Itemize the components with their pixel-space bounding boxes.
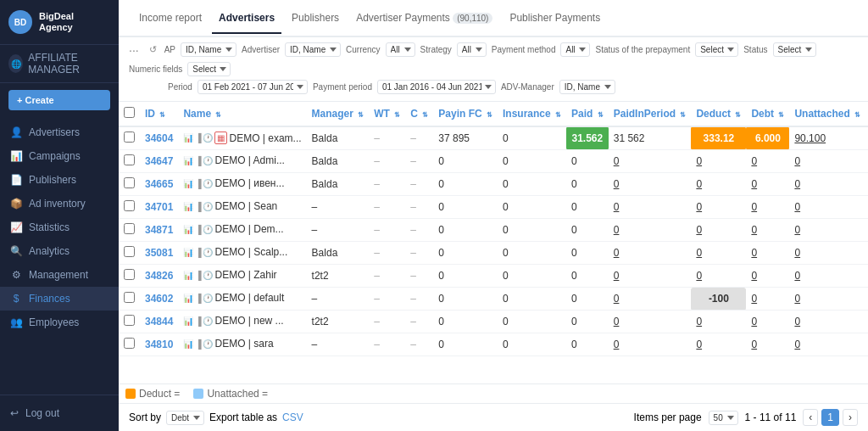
bar-icon[interactable]: ▐ [195,202,201,211]
bar-icon[interactable]: ▐ [195,339,201,349]
row-checkbox[interactable] [124,200,135,211]
id-link[interactable]: 34826 [145,270,173,282]
bar-icon[interactable]: ▐ [195,179,201,188]
th-insurance[interactable]: Insurance ⇅ [498,102,566,126]
th-deduct[interactable]: Deduct ⇅ [691,102,746,126]
clock-icon[interactable]: 🕐 [203,133,213,143]
sidebar-item-publishers[interactable]: 📄 Publishers [0,168,119,192]
th-debt[interactable]: Debt ⇅ [746,102,789,126]
strategy-select[interactable]: All [457,42,487,57]
bar-icon[interactable]: ▐ [195,225,201,234]
items-per-page-select[interactable]: 50 [709,411,738,425]
row-checkbox[interactable] [124,292,135,303]
bar-chart-icon[interactable]: 📊 [183,339,193,349]
flag-icon[interactable]: ▦ [214,132,227,144]
bar-chart-icon[interactable]: 📊 [183,156,193,165]
sidebar-item-statistics[interactable]: 📈 Statistics [0,216,119,239]
id-link[interactable]: 34602 [145,293,173,305]
tab-publisher-payments[interactable]: Publisher Payments [503,2,607,34]
prepayment-select[interactable]: Select [695,42,738,57]
table-scroll[interactable]: ID ⇅ Name ⇅ Manager ⇅ WT ⇅ C ⇅ Payin FC … [119,102,868,383]
bar-chart-icon[interactable]: 📊 [183,179,193,188]
sidebar-item-management[interactable]: ⚙ Management [0,263,119,287]
select-all-checkbox[interactable] [124,107,135,118]
clock-icon[interactable]: 🕐 [203,294,213,303]
filter-dots[interactable]: ··· [129,43,139,57]
clock-icon[interactable]: 🕐 [203,202,213,211]
sidebar-item-ad-inventory[interactable]: 📦 Ad inventory [0,192,119,216]
clock-icon[interactable]: 🕐 [203,248,213,257]
tab-advertiser-payments[interactable]: Advertiser Payments (90,110) [349,2,499,34]
th-manager[interactable]: Manager ⇅ [307,102,370,126]
payment-method-select[interactable]: All [560,42,590,57]
sidebar-item-campaigns[interactable]: 📊 Campaigns [0,144,119,168]
id-link[interactable]: 34604 [145,132,173,144]
prev-page-button[interactable]: ‹ [803,409,818,426]
bar-icon[interactable]: ▐ [195,133,201,143]
th-wt[interactable]: WT ⇅ [369,102,405,126]
period-select[interactable]: 01 Feb 2021 - 07 Jun 2021 [198,80,308,94]
bar-icon[interactable]: ▐ [195,316,201,326]
id-link[interactable]: 34871 [145,224,173,236]
clock-icon[interactable]: 🕐 [203,339,213,349]
clock-icon[interactable]: 🕐 [203,179,213,188]
tab-advertisers[interactable]: Advertisers [212,2,281,34]
currency-select[interactable]: All [386,42,415,57]
row-checkbox[interactable] [124,246,135,257]
sidebar-item-finances[interactable]: $ Finances [0,287,119,311]
sidebar-item-analytics[interactable]: 🔍 Analytics [0,239,119,263]
refresh-icon[interactable]: ↺ [147,44,159,55]
th-paid-in-period[interactable]: PaidInPeriod ⇅ [609,102,692,126]
sidebar-item-advertisers[interactable]: 👤 Advertisers [0,120,119,144]
adv-manager-select[interactable]: ID, Name [559,80,615,94]
row-checkbox[interactable] [124,132,135,143]
bar-icon[interactable]: ▐ [195,156,201,165]
bar-chart-icon[interactable]: 📊 [183,316,193,326]
row-checkbox[interactable] [124,315,135,326]
status-select[interactable]: Select [773,42,816,57]
th-c[interactable]: C ⇅ [405,102,433,126]
id-link[interactable]: 34844 [145,316,173,327]
row-checkbox[interactable] [124,177,135,188]
id-link[interactable]: 35081 [145,247,173,259]
page-1-button[interactable]: 1 [821,409,839,426]
th-unattached[interactable]: Unattached ⇅ [789,102,865,126]
bar-chart-icon[interactable]: 📊 [183,202,193,211]
numeric-select[interactable]: Select [187,62,231,76]
logout-button[interactable]: ↩ Log out [10,402,108,424]
tab-publishers[interactable]: Publishers [285,2,346,34]
row-checkbox[interactable] [124,223,135,234]
bar-icon[interactable]: ▐ [195,271,201,280]
ap-select[interactable]: ID, Name [181,42,236,57]
clock-icon[interactable]: 🕐 [203,316,213,326]
create-button[interactable]: + Create [8,90,110,110]
th-id[interactable]: ID ⇅ [140,102,178,126]
id-link[interactable]: 34810 [145,339,173,350]
bar-chart-icon[interactable]: 📊 [183,248,193,257]
bar-icon[interactable]: ▐ [195,248,201,257]
bar-chart-icon[interactable]: 📊 [183,294,193,303]
next-page-button[interactable]: › [843,409,858,426]
bar-chart-icon[interactable]: 📊 [183,225,193,234]
th-payin-fc[interactable]: Payin FC ⇅ [433,102,498,126]
payment-period-select[interactable]: 01 Jan 2016 - 04 Jun 2021 [377,80,496,94]
bar-chart-icon[interactable]: 📊 [183,133,193,143]
id-link[interactable]: 34665 [145,178,173,190]
th-name[interactable]: Name ⇅ [178,102,306,126]
row-checkbox[interactable] [124,338,135,349]
bar-icon[interactable]: ▐ [195,294,201,303]
export-csv-link[interactable]: CSV [282,411,303,423]
id-link[interactable]: 34647 [145,155,173,167]
sidebar-item-employees[interactable]: 👥 Employees [0,311,119,334]
clock-icon[interactable]: 🕐 [203,156,213,165]
clock-icon[interactable]: 🕐 [203,271,213,280]
row-checkbox[interactable] [124,154,135,165]
id-link[interactable]: 34701 [145,201,173,213]
bar-chart-icon[interactable]: 📊 [183,271,193,280]
tab-income-report[interactable]: Income report [132,2,209,34]
row-checkbox[interactable] [124,269,135,280]
advertiser-select[interactable]: ID, Name [285,42,341,57]
sort-by-select[interactable]: Debt [166,411,204,425]
th-paid[interactable]: Paid ⇅ [566,102,609,126]
clock-icon[interactable]: 🕐 [203,225,213,234]
